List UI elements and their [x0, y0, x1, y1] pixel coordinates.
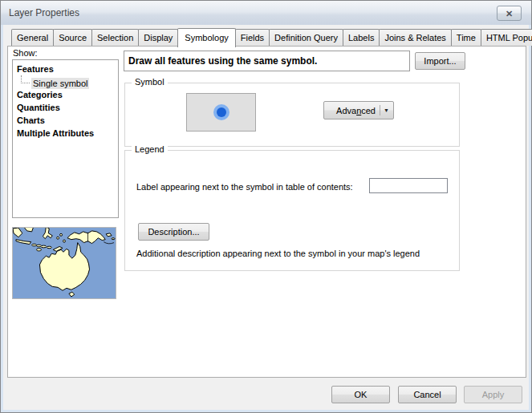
- tab-source[interactable]: Source: [53, 29, 92, 46]
- tree-item-selected-label: Single symbol: [31, 78, 89, 89]
- additional-description-text: Additional description appearing next to…: [136, 249, 420, 258]
- titlebar[interactable]: Layer Properties ✕: [1, 1, 531, 25]
- legend-label-caption: Label appearing next to the symbol in ta…: [136, 182, 353, 192]
- description-button[interactable]: Description...: [138, 223, 209, 241]
- advanced-label: Advanced: [334, 106, 378, 115]
- tab-selection[interactable]: Selection: [91, 29, 139, 46]
- tab-fields[interactable]: Fields: [235, 29, 270, 46]
- method-description-text: Draw all features using the same symbol.: [128, 55, 317, 67]
- cancel-button[interactable]: Cancel: [398, 386, 457, 403]
- tree-item-categories[interactable]: Categories: [13, 88, 118, 101]
- symbol-group: Symbol Advanced ▼: [124, 83, 460, 147]
- close-icon: ✕: [506, 9, 513, 18]
- tab-symbology[interactable]: Symbology: [177, 28, 235, 47]
- map-preview-thumbnail: [12, 227, 116, 299]
- point-symbol-icon: [213, 104, 229, 120]
- legend-group-title: Legend: [132, 144, 168, 154]
- symbol-preview-button[interactable]: [186, 93, 256, 132]
- tab-definition-query[interactable]: Definition Query: [269, 29, 343, 46]
- dropdown-arrow-icon: ▼: [384, 107, 389, 113]
- show-tree-listbox: Features Single symbol Categories Quanti…: [12, 59, 119, 218]
- tree-item-features[interactable]: Features: [13, 63, 118, 75]
- tab-strip: General Source Selection Display Symbolo…: [11, 27, 532, 47]
- symbol-group-title: Symbol: [132, 77, 168, 87]
- tree-item-charts[interactable]: Charts: [13, 114, 118, 127]
- point-symbol-center: [217, 107, 226, 117]
- button-divider: [380, 105, 380, 115]
- tab-time[interactable]: Time: [451, 29, 481, 46]
- advanced-dropdown-button[interactable]: Advanced ▼: [323, 101, 394, 119]
- show-label: Show:: [13, 48, 38, 58]
- close-button[interactable]: ✕: [497, 6, 522, 21]
- tab-html-popup[interactable]: HTML Popup: [481, 29, 532, 46]
- tree-connector-icon: [21, 75, 30, 83]
- tab-joins-relates[interactable]: Joins & Relates: [379, 29, 451, 46]
- legend-label-input[interactable]: [369, 178, 448, 193]
- layer-properties-dialog: Layer Properties ✕ General Source Select…: [0, 0, 532, 413]
- window-title: Layer Properties: [9, 1, 79, 25]
- tree-item-multiple-attributes[interactable]: Multiple Attributes: [13, 127, 118, 140]
- tab-display[interactable]: Display: [138, 29, 178, 46]
- legend-group: Legend Label appearing next to the symbo…: [124, 150, 460, 271]
- ok-button[interactable]: OK: [331, 386, 390, 403]
- import-button[interactable]: Import...: [415, 52, 465, 70]
- tab-general[interactable]: General: [11, 29, 54, 46]
- tree-item-quantities[interactable]: Quantities: [13, 101, 118, 114]
- tab-labels[interactable]: Labels: [343, 29, 380, 46]
- method-description-box: Draw all features using the same symbol.: [124, 51, 410, 71]
- tree-item-single-symbol[interactable]: Single symbol: [13, 75, 118, 88]
- dialog-body: General Source Selection Display Symbolo…: [3, 25, 529, 410]
- apply-button[interactable]: Apply: [464, 386, 522, 403]
- symbology-tab-page: Show: Features Single symbol Categories …: [7, 46, 526, 378]
